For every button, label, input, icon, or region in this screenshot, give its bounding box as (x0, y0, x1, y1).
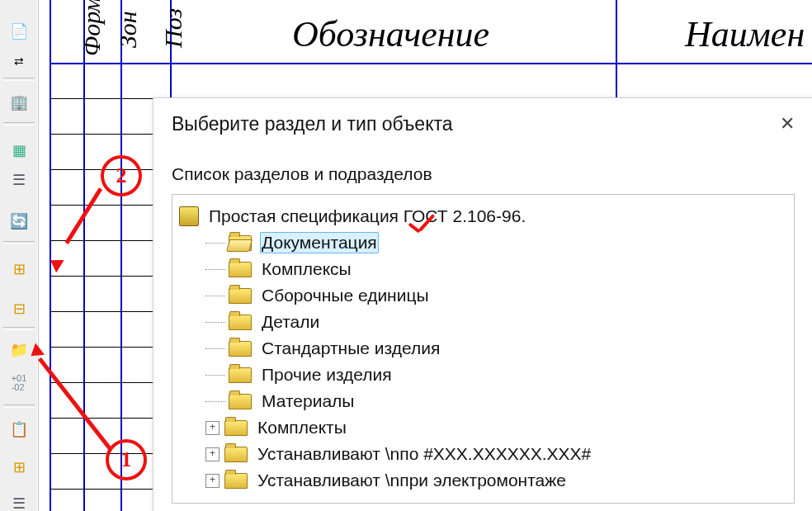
hdr-designation: Обозначение (292, 13, 489, 55)
toolbar-separator (3, 405, 35, 408)
tool-copy-icon[interactable]: 📋 (5, 418, 33, 441)
tree-item-label: Комплекты (256, 417, 348, 438)
tree-item[interactable]: Стандартные изделия (179, 335, 787, 362)
tool-addcol-icon[interactable]: ⊟ (5, 297, 33, 320)
tree-root[interactable]: Простая спецификация ГОСТ 2.106-96. (179, 203, 787, 229)
hdr-format: Форм (78, 0, 106, 56)
tool-props-icon[interactable]: 🏢 (5, 91, 33, 114)
folder-icon (229, 394, 252, 409)
tool-num-icon[interactable]: +01-02 (5, 371, 33, 395)
dialog-subtitle: Список разделов и подразделов (172, 164, 432, 184)
vertical-toolbar: 📄 ⇄ 🏢 ▦ ☰ 🔄 ⊞ ⊟ 📁 +01-02 📋 ⊞ ☰ (0, 0, 39, 511)
expander-icon[interactable]: + (205, 474, 220, 488)
folder-icon (229, 367, 252, 383)
tool-doc-icon[interactable]: 📄 (5, 20, 33, 43)
tree-item-label: Материалы (260, 390, 356, 412)
tree-item[interactable]: Прочие изделия (179, 362, 787, 388)
expander-icon[interactable]: + (205, 447, 220, 461)
tree-item[interactable]: Документация (179, 229, 787, 256)
spec-root-icon (179, 206, 199, 226)
tree-item-label: Детали (260, 311, 321, 333)
tree-item[interactable]: Сборочные единицы (179, 282, 787, 309)
tool-grid2-icon[interactable]: ⊞ (5, 456, 33, 479)
col-line (50, 0, 51, 511)
tool-newfolder-icon[interactable]: 📁 (5, 338, 33, 362)
expander-icon[interactable]: + (205, 421, 220, 435)
folder-icon (229, 262, 252, 277)
folder-open-icon (229, 235, 252, 251)
toolbar-separator (3, 327, 35, 330)
close-icon[interactable]: ✕ (773, 110, 801, 138)
tree-item-label: Сборочные единицы (260, 285, 431, 306)
tree-item[interactable]: + Устанавливают \nпри электромонтаже (179, 467, 787, 494)
folder-icon (224, 420, 248, 436)
col-line (120, 0, 122, 511)
folder-icon (229, 341, 252, 357)
toolbar-separator (3, 78, 35, 81)
hdr-zone: Зон (114, 11, 142, 48)
tree-item-label: Прочие изделия (260, 364, 394, 386)
toolbar-separator (3, 241, 35, 244)
tool-addrow-icon[interactable]: ⊞ (5, 258, 33, 281)
tree-item[interactable]: + Комплекты (179, 414, 787, 441)
tool-refresh-icon[interactable]: 🔄 (5, 210, 33, 233)
tree-item-label: Документация (260, 232, 379, 253)
hdr-name: Наимен (685, 13, 805, 55)
hdr-position: Поз (159, 8, 187, 48)
tool-list-icon[interactable]: ☰ (5, 492, 33, 511)
tree-item-label: Устанавливают \nпо #XXX.XXXXXX.XXX# (256, 443, 592, 465)
section-tree: Простая спецификация ГОСТ 2.106-96. Доку… (172, 194, 795, 504)
dialog-title: Выберите раздел и тип объекта (172, 113, 453, 135)
tree-root-label: Простая спецификация ГОСТ 2.106-96. (207, 206, 527, 227)
tree-item-label: Стандартные изделия (260, 338, 441, 359)
folder-icon (224, 447, 248, 462)
toolbar-separator (3, 122, 35, 125)
col-line (83, 0, 85, 511)
tree-item-label: Устанавливают \nпри электромонтаже (256, 470, 568, 491)
tree-item[interactable]: Материалы (179, 388, 787, 414)
tree-item[interactable]: Комплексы (179, 256, 787, 282)
folder-icon (229, 315, 252, 330)
tool-grid-icon[interactable]: ▦ (5, 139, 33, 162)
row-line (50, 63, 812, 64)
select-section-dialog: Выберите раздел и тип объекта ✕ Список р… (153, 97, 812, 511)
folder-icon (224, 473, 248, 489)
folder-icon (229, 288, 252, 304)
tool-align-icon[interactable]: ⇄ (5, 50, 33, 73)
tree-item[interactable]: Детали (179, 309, 787, 335)
tree-item[interactable]: + Устанавливают \nпо #XXX.XXXXXX.XXX# (179, 441, 787, 467)
tree-item-label: Комплексы (260, 258, 353, 280)
tool-rows-icon[interactable]: ☰ (5, 168, 33, 192)
